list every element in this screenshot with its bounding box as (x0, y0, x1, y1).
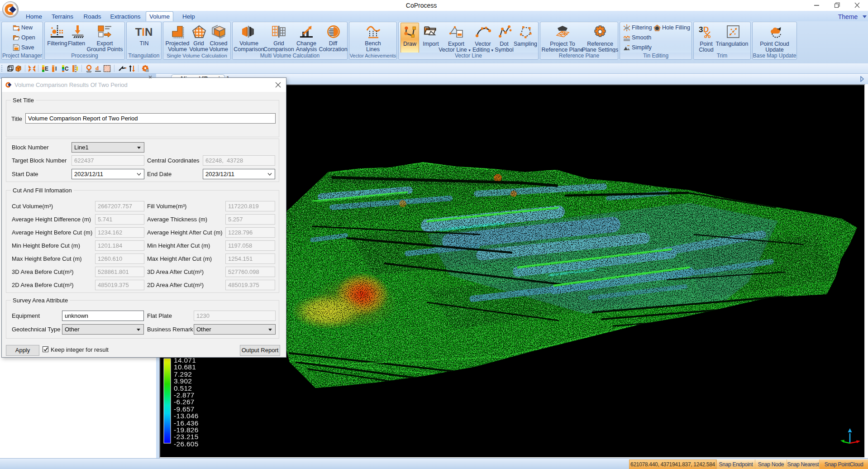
svg-text:3: 3 (699, 25, 703, 34)
svg-text:d: d (95, 65, 99, 72)
svg-text:C: C (65, 66, 69, 72)
svg-text:D: D (703, 25, 709, 34)
svg-text:E: E (45, 66, 48, 72)
svg-text:I: I (55, 66, 57, 72)
